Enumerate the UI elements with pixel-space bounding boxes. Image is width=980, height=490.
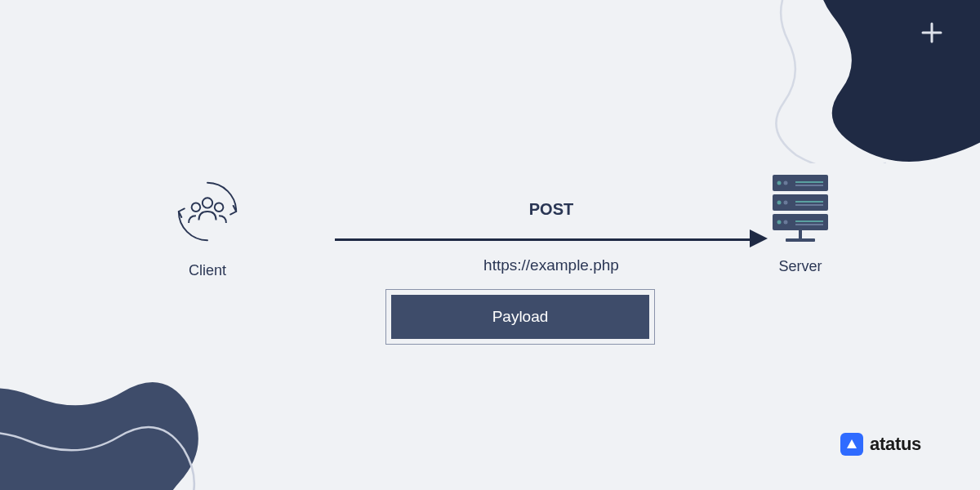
request-url-label: https://example.php	[335, 256, 768, 274]
svg-rect-16	[795, 220, 823, 222]
svg-point-15	[784, 220, 788, 225]
brand-name: atatus	[870, 434, 921, 455]
svg-rect-12	[795, 204, 823, 206]
client-group: Client	[172, 176, 243, 279]
server-label: Server	[768, 258, 833, 275]
payload-label: Payload	[391, 295, 649, 339]
svg-rect-19	[786, 238, 815, 242]
decorative-blob-bottom-left	[0, 343, 212, 490]
svg-point-2	[215, 203, 224, 212]
server-icon	[768, 172, 833, 245]
svg-rect-18	[799, 230, 802, 238]
svg-point-14	[777, 220, 782, 225]
brand-logo-group: atatus	[840, 433, 921, 456]
svg-point-0	[203, 198, 212, 207]
brand-icon	[840, 433, 863, 456]
client-icon	[172, 176, 243, 247]
svg-point-4	[777, 181, 782, 185]
http-method-label: POST	[335, 200, 768, 219]
svg-rect-7	[795, 185, 823, 186]
request-arrow	[335, 230, 768, 248]
svg-point-10	[784, 201, 788, 205]
svg-point-1	[192, 203, 201, 212]
svg-rect-17	[795, 224, 823, 225]
server-group: Server	[768, 172, 833, 275]
client-label: Client	[172, 262, 243, 279]
svg-rect-6	[795, 181, 823, 183]
svg-point-9	[777, 201, 782, 205]
decorative-blob-top-right	[768, 0, 980, 163]
payload-box: Payload	[385, 289, 655, 345]
svg-rect-11	[795, 201, 823, 203]
svg-point-5	[784, 181, 788, 185]
